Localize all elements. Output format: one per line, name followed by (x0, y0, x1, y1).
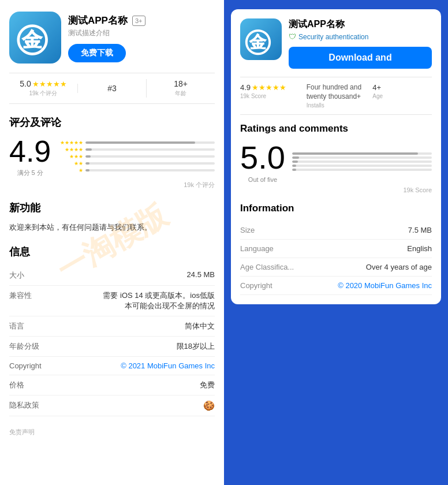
right-bar-2 (292, 165, 432, 167)
stars-right: ★★★★★ (252, 83, 286, 92)
bar-row-5: ★★★★★ (60, 140, 215, 146)
security-badge: 🛡 Security authentication (289, 32, 432, 41)
app-icon-left: ㊎ (9, 12, 61, 64)
score-label-left: 满分 5 分 (9, 169, 51, 177)
right-info-size: Size 7.5 MB (240, 221, 432, 240)
right-stats-row: 4.9 ★★★★★ 19k Score Four hundred and twe… (240, 77, 432, 115)
right-ratings-title: Ratings and comments (240, 123, 432, 135)
download-button-left[interactable]: 免费下载 (68, 44, 126, 62)
right-info-title: Information (240, 203, 432, 214)
right-bar-1 (292, 169, 432, 171)
right-info-copyright: Copyright © 2020 MobiFun Games Inc (240, 277, 432, 295)
right-age-value: 4+ (372, 83, 432, 92)
left-footer: 免责声明 (9, 428, 215, 436)
info-row-age: 年龄分级 限18岁以上 (9, 337, 215, 357)
bar-row-4: ★★★★ (60, 147, 215, 152)
age-badge-left: 3+ (132, 16, 145, 26)
info-row-price: 价格 免费 (9, 375, 215, 396)
bar-row-3: ★★★ (60, 154, 215, 159)
info-row-lang: 语言 简体中文 (9, 316, 215, 337)
age-label-left: 年龄 (147, 89, 215, 98)
right-ratings-content: 5.0 Out of five (240, 141, 432, 183)
age-value: 18+ (147, 79, 215, 88)
right-bar-3 (292, 161, 432, 163)
download-button-right[interactable]: Download and (289, 47, 432, 69)
right-app-info: 测试APP名称 🛡 Security authentication Downlo… (289, 18, 432, 69)
ratings-footer-left: 19k 个评分 (9, 181, 215, 189)
ratings-content-left: 4.9 满分 5 分 ★★★★★ ★★★★ ★★★ ★★ (9, 136, 215, 177)
info-row-privacy: 隐私政策 🍪 (9, 396, 215, 416)
app-info-left: 测试APP名称 3+ 测试描述介绍 免费下载 (68, 12, 215, 62)
rating-stat: 5.0 ★★★★★ 19k 个评分 (9, 79, 77, 98)
right-rating-value: 4.9 ★★★★★ (240, 83, 300, 92)
right-score-number: 5.0 (240, 141, 285, 174)
right-rating-stat: 4.9 ★★★★★ 19k Score (240, 83, 300, 99)
stars-left: ★★★★★ (32, 80, 67, 88)
right-info-age: Age Classifica... Over 4 years of age (240, 258, 432, 277)
svg-text:㊎: ㊎ (244, 26, 271, 57)
right-big-score: 5.0 Out of five (240, 141, 285, 183)
big-score-left: 4.9 满分 5 分 (9, 136, 51, 177)
right-ratings-section: Ratings and comments 5.0 Out of five (240, 123, 432, 193)
right-card: ㊎ 测试APP名称 🛡 Security authentication Down… (231, 9, 441, 304)
info-row-copyright: Copyright © 2021 MobiFun Games Inc (9, 357, 215, 375)
right-age-stat: 4+ Age (372, 83, 432, 99)
rating-bars-left: ★★★★★ ★★★★ ★★★ ★★ ★ (60, 140, 215, 174)
bar-row-1: ★ (60, 167, 215, 173)
right-score-label-text: Out of five (240, 176, 285, 183)
bar-row-2: ★★ (60, 161, 215, 166)
right-info-lang: Language English (240, 240, 432, 258)
right-info-section: Information Size 7.5 MB Language English… (240, 203, 432, 295)
rank-value: #3 (78, 84, 146, 93)
right-installs-desc: Four hundred and twenty thousand+ (307, 83, 366, 101)
left-panel: 一淘模版 ㊎ 测试APP名称 3+ 测试描述介绍 免费下载 5.0 ★★★★★ … (0, 0, 224, 485)
app-icon-right: ㊎ (240, 18, 282, 60)
right-rating-bars (292, 152, 432, 173)
features-title-left: 新功能 (9, 201, 215, 215)
right-bar-5 (292, 152, 432, 155)
rating-value: 5.0 ★★★★★ (9, 79, 77, 88)
right-age-label: Age (372, 93, 432, 99)
right-app-header: ㊎ 测试APP名称 🛡 Security authentication Down… (240, 18, 432, 69)
right-score-label: 19k Score (240, 93, 300, 99)
review-count-left: 19k 个评分 (9, 89, 77, 98)
right-bar-4 (292, 156, 432, 159)
app-title-left: 测试APP名称 (68, 14, 128, 27)
score-number-left: 4.9 (9, 136, 51, 166)
app-subtitle-left: 测试描述介绍 (68, 28, 215, 38)
rank-stat: #3 (77, 84, 146, 93)
ratings-section-left: 评分及评论 4.9 满分 5 分 ★★★★★ ★★★★ ★★★ (9, 115, 215, 189)
svg-text:㊎: ㊎ (15, 20, 48, 57)
ratings-title-left: 评分及评论 (9, 115, 215, 129)
app-header: ㊎ 测试APP名称 3+ 测试描述介绍 免费下载 (9, 12, 215, 64)
security-text: Security authentication (298, 33, 368, 41)
features-text-left: 欢迎来到本站，有任何问题请与我们联系。 (9, 222, 215, 233)
info-section-left: 信息 大小 24.5 MB 兼容性 需要 iOS 14 或更高版本。ios低版本… (9, 245, 215, 416)
right-panel: ㊎ 测试APP名称 🛡 Security authentication Down… (224, 0, 448, 485)
age-stat: 18+ 年龄 (146, 79, 215, 98)
right-ratings-footer: 19k Score (240, 186, 432, 193)
stats-row-left: 5.0 ★★★★★ 19k 个评分 #3 18+ 年龄 (9, 73, 215, 104)
app-title-row: 测试APP名称 3+ (68, 14, 215, 27)
info-title-left: 信息 (9, 245, 215, 259)
shield-icon: 🛡 (289, 32, 296, 41)
right-installs-label: Installs (307, 102, 366, 109)
info-row-size: 大小 24.5 MB (9, 266, 215, 286)
right-installs-stat: Four hundred and twenty thousand+ Instal… (307, 83, 366, 109)
app-title-right: 测试APP名称 (289, 18, 432, 31)
features-section-left: 新功能 欢迎来到本站，有任何问题请与我们联系。 (9, 201, 215, 233)
info-row-compat: 兼容性 需要 iOS 14 或更高版本。ios低版本可能会出现不全屏的情况 (9, 286, 215, 316)
